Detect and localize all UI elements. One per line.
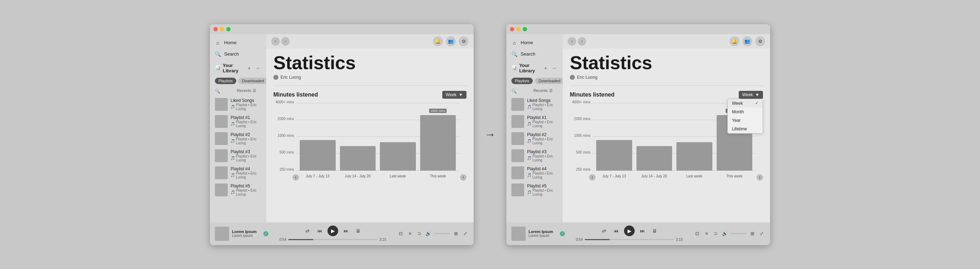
period-select-button[interactable]: Week▼ bbox=[739, 91, 763, 99]
chart-prev-button[interactable]: ‹ bbox=[293, 174, 299, 181]
playlist-meta: 🎵 Playlist • Eric Luong bbox=[231, 137, 261, 145]
playlist-meta: 🎵 Playlist • Eric Luong bbox=[231, 188, 261, 196]
prev-button[interactable]: ⏮ bbox=[315, 227, 324, 235]
next-button[interactable]: ⏭ bbox=[342, 227, 350, 235]
playlist-thumbnail bbox=[511, 115, 524, 128]
filter-chip-downloaded[interactable]: Downloaded bbox=[535, 78, 564, 84]
close-button[interactable] bbox=[510, 27, 514, 31]
playlist-info: Liked Songs 🎵 Playlist • Eric Luong bbox=[231, 98, 261, 111]
account-button[interactable]: ⊙ bbox=[459, 37, 469, 46]
playlist-item-5[interactable]: Playlist #5 🎵 Playlist • Eric Luong bbox=[506, 181, 563, 199]
notification-button[interactable]: 🔔 bbox=[729, 37, 740, 46]
track-saved-icon: ✓ bbox=[263, 231, 268, 236]
sidebar-item-search[interactable]: 🔍 Search bbox=[210, 48, 266, 60]
playlist-list: Liked Songs 🎵 Playlist • Eric Luong Play… bbox=[210, 96, 266, 220]
sidebar-item-home[interactable]: ⌂ Home bbox=[506, 37, 563, 48]
playlist-item-3[interactable]: Playlist #3 🎵 Playlist • Eric Luong bbox=[210, 147, 266, 164]
add-playlist-button[interactable]: + bbox=[245, 64, 253, 72]
playlist-thumbnail bbox=[511, 166, 524, 179]
title-bar bbox=[506, 24, 770, 34]
friends-button[interactable]: 👥 bbox=[446, 37, 456, 46]
chart-next-button[interactable]: › bbox=[757, 174, 763, 181]
dropdown-item-lifetime[interactable]: Lifetime bbox=[728, 125, 763, 133]
fullscreen-button[interactable]: ⤢ bbox=[461, 230, 469, 238]
forward-button[interactable]: › bbox=[578, 37, 586, 46]
shuffle-button[interactable]: ⇄ bbox=[600, 227, 608, 235]
nav-buttons: ‹ › bbox=[568, 37, 586, 46]
maximize-button[interactable] bbox=[523, 27, 527, 31]
list-icon[interactable]: ☰ bbox=[253, 88, 256, 93]
screen-button[interactable]: 🖥 bbox=[354, 227, 363, 235]
playlist-item-3[interactable]: Playlist #3 🎵 Playlist • Eric Luong bbox=[506, 147, 563, 164]
connect-button[interactable]: ⊃ bbox=[713, 230, 719, 238]
sidebar-item-search[interactable]: 🔍 Search bbox=[506, 48, 563, 60]
volume-button[interactable]: 🔊 bbox=[721, 230, 729, 238]
add-playlist-button[interactable]: + bbox=[542, 64, 549, 72]
play-pause-button[interactable]: ▶ bbox=[328, 226, 338, 236]
period-select-button[interactable]: Week▼ bbox=[442, 91, 466, 99]
queue-button[interactable]: ⊡ bbox=[694, 230, 701, 238]
filter-chip-playlists[interactable]: Playlists bbox=[215, 78, 236, 84]
grid-label: 1000 mins bbox=[568, 134, 590, 137]
expand-library-button[interactable]: → bbox=[550, 64, 558, 72]
dropdown-item-month[interactable]: Month bbox=[728, 108, 763, 116]
volume-button[interactable]: 🔊 bbox=[425, 230, 432, 238]
playlist-item-2[interactable]: Playlist #2 🎵 Playlist • Eric Luong bbox=[210, 130, 266, 147]
fullscreen-button[interactable]: ⤢ bbox=[758, 230, 765, 238]
playlist-name: Playlist #3 bbox=[527, 149, 558, 154]
playlist-item-0[interactable]: Liked Songs 🎵 Playlist • Eric Luong bbox=[210, 96, 266, 113]
playlist-name: Playlist #2 bbox=[527, 132, 558, 137]
minimize-button[interactable] bbox=[220, 27, 224, 31]
player-right: ⊡ ≡ ⊃ 🔊 ⊞ ⤢ bbox=[397, 230, 469, 238]
lyrics-button[interactable]: ≡ bbox=[407, 230, 414, 238]
volume-bar[interactable] bbox=[434, 233, 450, 234]
next-button[interactable]: ⏭ bbox=[638, 227, 647, 235]
now-playing-thumbnail bbox=[511, 227, 526, 241]
connect-button[interactable]: ⊃ bbox=[416, 230, 423, 238]
lyrics-button[interactable]: ≡ bbox=[703, 230, 710, 238]
expand-library-button[interactable]: → bbox=[254, 64, 261, 72]
minimize-button[interactable] bbox=[516, 27, 521, 31]
play-pause-button[interactable]: ▶ bbox=[624, 226, 635, 236]
back-button[interactable]: ‹ bbox=[568, 37, 576, 46]
search-icon: 🔍 bbox=[511, 51, 517, 57]
maximize-button[interactable] bbox=[226, 27, 231, 31]
chart-prev-button[interactable]: ‹ bbox=[589, 174, 595, 181]
sidebar-search-row: 🔍 Recents ☰ bbox=[210, 87, 266, 96]
bar-chart: 4000+ mins2000 mins1000 mins500 mins250 … bbox=[273, 103, 466, 181]
list-icon[interactable]: ☰ bbox=[549, 88, 553, 93]
volume-bar[interactable] bbox=[730, 233, 746, 234]
playlist-type: Playlist • Eric Luong bbox=[532, 103, 558, 111]
dropdown-item-year[interactable]: Year bbox=[728, 116, 763, 125]
playlist-item-5[interactable]: Playlist #5 🎵 Playlist • Eric Luong bbox=[210, 181, 266, 199]
playlist-name: Liked Songs bbox=[527, 98, 558, 103]
sidebar-item-home[interactable]: ⌂ Home bbox=[210, 37, 266, 48]
playlist-item-4[interactable]: Playlist #4 🎵 Playlist • Eric Luong bbox=[210, 164, 266, 181]
miniplayer-button[interactable]: ⊞ bbox=[452, 230, 459, 238]
playlist-item-0[interactable]: Liked Songs 🎵 Playlist • Eric Luong bbox=[506, 96, 563, 113]
filter-chip-downloaded[interactable]: Downloaded bbox=[239, 78, 267, 84]
playlist-item-4[interactable]: Playlist #4 🎵 Playlist • Eric Luong bbox=[506, 164, 563, 181]
account-button[interactable]: ⊙ bbox=[755, 37, 765, 46]
dropdown-item-week[interactable]: Week✓ bbox=[728, 99, 763, 108]
playlist-item-2[interactable]: Playlist #2 🎵 Playlist • Eric Luong bbox=[506, 130, 563, 147]
chart-next-button[interactable]: › bbox=[460, 174, 466, 181]
filter-chip-playlists[interactable]: Playlists bbox=[511, 78, 533, 84]
playlist-item-1[interactable]: Playlist #1 🎵 Playlist • Eric Luong bbox=[210, 113, 266, 130]
prev-button[interactable]: ⏮ bbox=[612, 227, 620, 235]
forward-button[interactable]: › bbox=[281, 37, 290, 46]
queue-button[interactable]: ⊡ bbox=[397, 230, 404, 238]
close-button[interactable] bbox=[213, 27, 218, 31]
user-row: Eric Luong bbox=[570, 75, 763, 80]
playlist-item-1[interactable]: Playlist #1 🎵 Playlist • Eric Luong bbox=[506, 113, 563, 130]
miniplayer-button[interactable]: ⊞ bbox=[749, 230, 756, 238]
notification-button[interactable]: 🔔 bbox=[433, 37, 443, 46]
filter-chips: PlaylistsDownloaded bbox=[210, 76, 266, 87]
friends-button[interactable]: 👥 bbox=[742, 37, 752, 46]
progress-bar[interactable] bbox=[585, 239, 673, 240]
shuffle-button[interactable]: ⇄ bbox=[303, 227, 312, 235]
screen-button[interactable]: 🖥 bbox=[651, 227, 659, 235]
back-button[interactable]: ‹ bbox=[271, 37, 280, 46]
progress-bar[interactable] bbox=[288, 239, 377, 240]
now-playing-thumbnail bbox=[215, 227, 229, 241]
